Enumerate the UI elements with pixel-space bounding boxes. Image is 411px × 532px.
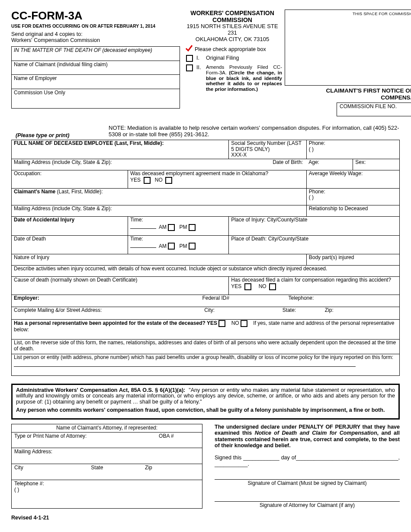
describe-activities-field[interactable]: Describe activities when injury occurred… bbox=[12, 266, 400, 277]
checkmark-icon bbox=[186, 46, 192, 52]
matter-of-death-field[interactable]: IN THE MATTER OF THE DEATH OF (deceased … bbox=[12, 47, 180, 61]
death-am-checkbox[interactable] bbox=[168, 243, 175, 250]
amends-checkbox[interactable] bbox=[186, 64, 193, 71]
original-filing-checkbox[interactable] bbox=[186, 55, 193, 62]
time-injury-field[interactable]: Time: AM PM bbox=[128, 217, 229, 236]
attorney-header: Name of Claimant's Attorney, if represen… bbox=[12, 424, 202, 432]
body-part-field[interactable]: Body part(s) injured bbox=[306, 254, 399, 266]
cause-death-field[interactable]: Cause of death (normally shown on Death … bbox=[12, 276, 229, 295]
check-instruction: Please check appropriate box bbox=[195, 46, 266, 52]
note-body: Mediation is available to help resolve c… bbox=[109, 125, 399, 138]
declaration-block: The undersigned declare under PENALTY OF… bbox=[215, 424, 400, 509]
employer-name-field[interactable]: Name of Employer bbox=[12, 74, 180, 89]
main-form-table: FULL NAME OF DECEASED EMPLOYEE (Last, Fi… bbox=[11, 140, 400, 376]
form-subtitle: USE FOR DEATHS OCCURRING ON OR AFTER FEB… bbox=[11, 23, 180, 29]
decl-text-b: Notice of Death and Claim for Compensati… bbox=[255, 430, 377, 436]
relationship-field[interactable]: Relationship to Deceased bbox=[306, 205, 399, 217]
agreement-oklahoma-field[interactable]: Was deceased employment agreement made i… bbox=[128, 170, 307, 188]
deceased-fullname-field[interactable]: FULL NAME OF DECEASED EMPLOYEE (Last, Fi… bbox=[12, 140, 229, 159]
phone-field-1[interactable]: Phone: ( ) bbox=[306, 140, 399, 159]
claimant-name-field[interactable]: Name of Claimant (individual filing clai… bbox=[12, 61, 180, 75]
commission-use-space: THIS SPACE FOR COMMISSION USE ONLY bbox=[285, 10, 411, 86]
claimant-signature-line[interactable]: Signature of Claimant (Must be signed by… bbox=[215, 479, 400, 487]
legal-citation: Administrative Workers' Compensation Act… bbox=[16, 387, 185, 393]
phone-field-2[interactable]: Phone:( ) bbox=[306, 188, 399, 205]
attorney-city-state-zip-field[interactable]: City State Zip bbox=[12, 464, 202, 480]
agreement-yes-checkbox[interactable] bbox=[144, 177, 151, 184]
death-pm-checkbox[interactable] bbox=[189, 243, 196, 250]
commission-use-field: Commission Use Only bbox=[12, 89, 180, 108]
attorney-info-box: Name of Claimant's Attorney, if represen… bbox=[11, 424, 202, 509]
opt2-num: II. bbox=[196, 64, 202, 71]
age-field[interactable]: Age: bbox=[306, 159, 353, 170]
personal-rep-field[interactable]: Has a personal representative been appoi… bbox=[12, 320, 400, 340]
occupation-field[interactable]: Occupation: bbox=[12, 170, 128, 188]
employer-row-field[interactable]: Employer: Federal ID# Telephone: bbox=[12, 295, 400, 307]
prior-claim-field[interactable]: Has deceased filed a claim for compensat… bbox=[229, 276, 400, 295]
date-injury-field[interactable]: Date of Accidental Injury bbox=[12, 217, 128, 236]
employer-address-field[interactable]: Complete Mailing &/or Street Address: Ci… bbox=[12, 307, 400, 320]
rep-yes-checkbox[interactable] bbox=[218, 320, 225, 327]
signed-date-line[interactable]: Signed this ____________ day of_________… bbox=[215, 455, 400, 467]
claim-title: CLAIMANT'S FIRST NOTICE OF DEATH AND CLA… bbox=[302, 87, 411, 101]
ssn-field[interactable]: Social Security Number (LAST 5 DIGITS ON… bbox=[229, 140, 306, 159]
date-death-field[interactable]: Date of Death bbox=[12, 235, 128, 254]
place-injury-field[interactable]: Place of Injury: City/County/State bbox=[229, 217, 400, 236]
legal-paragraph-2: Any person who commits workers' compensa… bbox=[16, 407, 385, 413]
attorney-phone-field[interactable]: Telephone #: ( ) bbox=[12, 480, 202, 497]
dob-label: Date of Birth: bbox=[273, 160, 303, 166]
attorney-name-field[interactable]: Type or Print Name of Attorney: OBA # bbox=[12, 432, 202, 448]
injury-am-checkbox[interactable] bbox=[168, 224, 175, 231]
agency-addr2: OKLAHOMA CITY, OK 73105 bbox=[183, 36, 282, 43]
time-death-field[interactable]: Time: AM PM bbox=[128, 235, 229, 254]
agreement-no-checkbox[interactable] bbox=[165, 177, 172, 184]
opt1-num: I. bbox=[196, 55, 202, 61]
revised-date: Revised 4-1-21 bbox=[11, 515, 400, 521]
opt1-label: Original Filing bbox=[206, 55, 282, 61]
agency-addr1: 1915 NORTH STILES AVENUE STE 231 bbox=[183, 23, 282, 36]
injury-pm-checkbox[interactable] bbox=[189, 224, 196, 231]
avg-weekly-wage-field[interactable]: Average Weekly Wage: bbox=[306, 170, 399, 188]
mail-addr-2-field[interactable]: Mailing Address (include City, State & Z… bbox=[12, 205, 307, 217]
prior-yes-checkbox[interactable] bbox=[244, 283, 251, 290]
note-lead: NOTE: bbox=[109, 125, 126, 131]
list-benefits-field[interactable]: List person or entity (with address, pho… bbox=[12, 354, 400, 376]
mail-addr-1-field[interactable]: Mailing Address (include City, State & Z… bbox=[12, 159, 307, 170]
agency-title: WORKERS' COMPENSATION COMMISSION bbox=[183, 10, 282, 23]
form-id: CC-FORM-3A bbox=[11, 10, 180, 22]
legal-warning-box: Administrative Workers' Compensation Act… bbox=[11, 384, 400, 420]
list-dependents-instruction: List, on the reverse side of this form, … bbox=[12, 340, 400, 354]
claimant-name-row-field[interactable]: Claimant's Name (Last, First, Middle): bbox=[12, 188, 307, 205]
attorney-signature-line[interactable]: Signature of Attorney for Claimant (if a… bbox=[215, 501, 400, 509]
rep-no-checkbox[interactable] bbox=[241, 320, 247, 327]
place-death-field[interactable]: Place of Death: City/County/State bbox=[229, 235, 400, 254]
commission-file-no-field[interactable]: COMMISSION FILE NO. bbox=[337, 103, 411, 116]
send-to-line2: Workers' Compensation Commission bbox=[11, 37, 180, 43]
send-to-line1: Send original and 4 copies to: bbox=[11, 31, 180, 37]
attorney-mail-field[interactable]: Mailing Address: bbox=[12, 448, 202, 464]
please-type-instruction: (Please type or print) bbox=[11, 132, 109, 138]
prior-no-checkbox[interactable] bbox=[269, 283, 276, 290]
nature-injury-field[interactable]: Nature of Injury bbox=[12, 254, 307, 266]
sex-field[interactable]: Sex: bbox=[353, 159, 400, 170]
